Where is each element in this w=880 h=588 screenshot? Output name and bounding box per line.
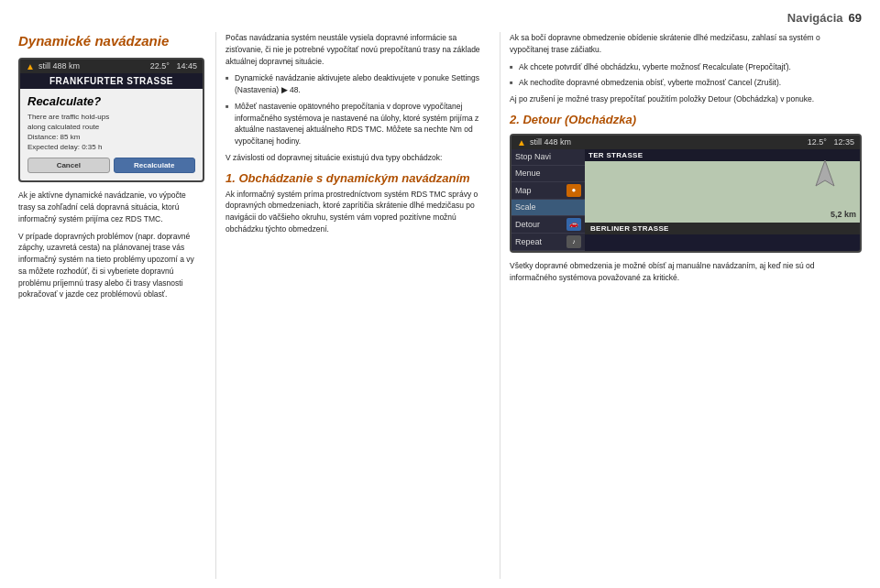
nav-temp: 22.5° [150, 61, 170, 71]
page-header: Navigácia 69 [787, 11, 862, 25]
nav-temp-time-2: 12.5° 12:35 [808, 137, 854, 147]
menu-row-stop[interactable]: Stop Navi [512, 149, 585, 166]
menu-label-menue: Menue [515, 169, 581, 178]
menu-row-detour[interactable]: Detour 🚗 [512, 216, 585, 234]
nav-temp-2: 12.5° [808, 137, 827, 147]
recalculate-button[interactable]: Recalculate [114, 158, 196, 173]
nav-map-area: TER STRASSE 5,2 km BERLINER STRASSE [585, 149, 860, 251]
nav-status-bar-1: ▲ still 488 km 22.5° 14:45 [20, 60, 203, 73]
nav-arrow-icon: ▲ [26, 61, 35, 71]
nav-still-dist: still 488 km [38, 61, 80, 71]
dialog-line3: Distance: 85 km [28, 133, 80, 141]
cancel-button[interactable]: Cancel [28, 158, 110, 173]
mid-bullet-2: Môžeť nastavenie opätovného prepočítania… [226, 101, 490, 147]
menu-row-menue[interactable]: Menue [512, 166, 585, 182]
mid-num-heading1: 1. Obchádzanie s dynamickým navádzaním [226, 171, 490, 185]
col-left: Dynamické navádzanie ▲ still 488 km 22.5… [18, 32, 215, 579]
nav-time: 14:45 [176, 61, 197, 71]
nav-body-2: Stop Navi Menue Map ● Scale Detour 🚗 [512, 149, 860, 251]
left-body1: Ak je aktívne dynamické navádzanie, vo v… [18, 190, 204, 224]
menu-row-scale[interactable]: Scale [512, 200, 585, 216]
nav-arrow-icon-2: ▲ [517, 137, 526, 147]
nav-dialog-buttons: Cancel Recalculate [28, 158, 195, 173]
right-body-final: Všetky dopravné obmedzenia je možné obís… [510, 260, 862, 284]
nav-device-1: ▲ still 488 km 22.5° 14:45 FRANKFURTER S… [18, 58, 204, 183]
right-num-heading2: 2. Detour (Obchádzka) [510, 113, 862, 126]
page-title: Navigácia [787, 11, 843, 25]
nav-menu-list: Stop Navi Menue Map ● Scale Detour 🚗 [512, 149, 585, 251]
nav-dialog-body: There are traffic hold-ups along calcula… [28, 112, 195, 153]
col-mid: Počas navádzania systém neustále vysiela… [215, 32, 500, 579]
nav-device-2: ▲ still 448 km 12.5° 12:35 Stop Navi Men… [510, 134, 862, 253]
menu-label-repeat: Repeat [515, 237, 563, 246]
nav-dialog: Recalculate? There are traffic hold-ups … [20, 89, 203, 181]
detour-icon: 🚗 [566, 218, 581, 231]
nav-status-left-2: ▲ still 448 km [517, 137, 571, 147]
menu-label-scale: Scale [515, 202, 581, 212]
menu-label-stop: Stop Navi [515, 152, 581, 161]
col-right: Ak sa bočí dopravne obmedzenie obídenie … [500, 32, 862, 579]
page-number: 69 [849, 11, 862, 25]
left-body2: V prípade dopravných problémov (napr. do… [18, 231, 204, 301]
map-distance: 5,2 km [830, 210, 856, 219]
right-body-intro: Ak sa bočí dopravne obmedzenie obídenie … [510, 32, 862, 56]
mid-body-dyn: Ak informačný systém príma prostredníctv… [226, 189, 490, 235]
nav-status-bar-2: ▲ still 448 km 12.5° 12:35 [512, 136, 860, 149]
nav-temp-time: 22.5° 14:45 [150, 61, 197, 71]
dialog-line2: along calculated route [28, 123, 99, 131]
nav-dialog-title: Recalculate? [28, 94, 195, 108]
right-bullet-1: Ak chcete potvrdiť dlhé obchádzku, vyber… [510, 61, 862, 73]
nav-street-bar: FRANKFURTER STRASSE [20, 73, 203, 89]
nav-time-2: 12:35 [833, 137, 854, 147]
mid-body-intro: Počas navádzania systém neustále vysiela… [226, 32, 490, 67]
right-body-after: Aj po zrušení je možné trasy prepočítať … [510, 93, 862, 105]
menu-label-detour: Detour [515, 220, 563, 229]
content-wrapper: Dynamické navádzanie ▲ still 488 km 22.5… [18, 32, 862, 579]
mid-bullet-1: Dynamické navádzanie aktivujete alebo de… [226, 72, 490, 96]
nav-still-dist-2: still 448 km [530, 137, 571, 147]
nav-map-arrow [814, 158, 837, 199]
menu-row-map[interactable]: Map ● [512, 182, 585, 200]
dialog-line1: There are traffic hold-ups [28, 113, 109, 121]
nav-status-left: ▲ still 488 km [26, 61, 80, 71]
left-heading: Dynamické navádzanie [18, 32, 204, 50]
map-icon: ● [566, 184, 581, 197]
nav-street-bottom-2: BERLINER STRASSE [585, 223, 860, 234]
svg-marker-0 [816, 160, 834, 186]
mid-body-transit: V závislosti od dopravnej situácie exist… [226, 152, 490, 164]
repeat-icon: ♪ [566, 235, 581, 248]
dialog-line4: Expected delay: 0:35 h [28, 143, 102, 151]
right-bullet-2: Ak nechodíte dopravné obmedzenia obísť, … [510, 77, 862, 89]
menu-row-repeat[interactable]: Repeat ♪ [512, 234, 585, 251]
menu-label-map: Map [515, 186, 563, 195]
nav-map-visual: TER STRASSE 5,2 km [585, 149, 860, 223]
